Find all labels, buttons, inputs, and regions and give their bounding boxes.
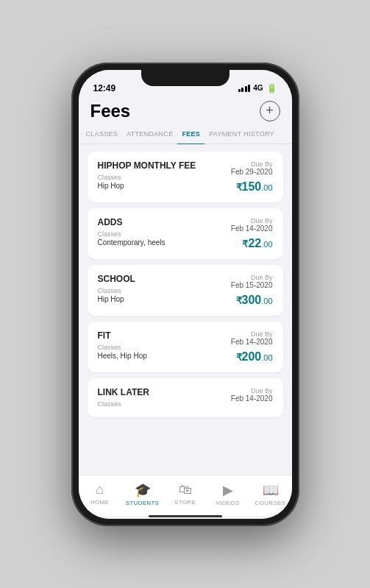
nav-students-label: STUDENTS [126, 500, 160, 506]
fees-list: HIPHOP MONTHLY FEE Classes Hip Hop Due B… [79, 144, 292, 475]
fee-title-5: LINK LATER [98, 387, 149, 397]
tabs-bar: CLASSES ATTENDANCE FEES PAYMENT HISTORY [79, 124, 292, 145]
fee-right-4: Due By Feb 14-2020 ₹200.00 [231, 330, 273, 364]
add-button[interactable]: + [260, 101, 280, 121]
fee-classes-label-3: Classes [98, 287, 135, 294]
fee-amount-4: ₹200.00 [231, 350, 273, 364]
nav-courses-label: COURSES [255, 500, 286, 506]
fee-amount-2: ₹22.00 [231, 237, 273, 250]
fee-classes-label-2: Classes [98, 230, 166, 238]
status-icons: 4G 🔋 [238, 83, 277, 93]
status-time: 12:49 [93, 83, 116, 93]
bottom-nav: ⌂ HOME 🎓 STUDENTS 🛍 STORE ▶ VIDEOS 📖 COU… [79, 475, 292, 516]
fee-left-4: FIT Classes Heels, Hip Hop [98, 330, 147, 360]
fee-right-1: Due By Feb 29-2020 ₹150.00 [231, 160, 273, 194]
home-icon: ⌂ [96, 482, 104, 497]
fee-card-4[interactable]: FIT Classes Heels, Hip Hop Due By Feb 14… [88, 322, 283, 372]
fee-classes-label-4: Classes [98, 344, 147, 351]
fee-card-2[interactable]: ADDS Classes Contemporary, heels Due By … [88, 208, 283, 259]
fee-classes-2: Contemporary, heels [98, 238, 166, 247]
header: Fees + [79, 96, 292, 124]
fee-classes-4: Heels, Hip Hop [98, 352, 147, 360]
fee-title-1: HIPHOP MONTHLY FEE [98, 160, 196, 171]
fee-right-3: Due By Feb 15-2020 ₹300.00 [231, 274, 273, 307]
fee-right-5: Due By Feb 14-2020 [231, 387, 273, 407]
battery-icon: 🔋 [266, 83, 277, 93]
fee-classes-label-1: Classes [98, 174, 196, 181]
home-indicator [79, 516, 292, 519]
due-label-4: Due By [231, 330, 273, 338]
fee-left-5: LINK LATER Classes [98, 387, 149, 408]
nav-videos[interactable]: ▶ VIDEOS [207, 482, 249, 506]
network-type: 4G [253, 84, 263, 92]
page-title: Fees [90, 101, 131, 121]
fee-classes-label-5: Classes [98, 400, 149, 408]
fee-card-5[interactable]: LINK LATER Classes Due By Feb 14-2020 [88, 378, 283, 417]
notch [141, 70, 230, 86]
due-date-1: Feb 29-2020 [231, 168, 273, 176]
tab-attendance[interactable]: ATTENDANCE [122, 124, 177, 145]
fee-title-2: ADDS [98, 217, 166, 227]
fee-title-4: FIT [98, 330, 147, 341]
fee-left-3: SCHOOL Classes Hip Hop [98, 274, 135, 303]
nav-home[interactable]: ⌂ HOME [79, 482, 121, 506]
fee-left-2: ADDS Classes Contemporary, heels [98, 217, 166, 247]
nav-students[interactable]: 🎓 STUDENTS [121, 482, 164, 506]
due-date-3: Feb 15-2020 [231, 281, 273, 289]
due-label-3: Due By [231, 274, 273, 281]
phone-frame: 12:49 4G 🔋 Fees + CLASSES [71, 63, 299, 526]
fee-left-1: HIPHOP MONTHLY FEE Classes Hip Hop [98, 160, 196, 190]
due-label-1: Due By [231, 160, 273, 168]
due-date-5: Feb 14-2020 [231, 394, 273, 403]
videos-icon: ▶ [223, 482, 233, 498]
due-label-2: Due By [231, 217, 273, 224]
fee-right-2: Due By Feb 14-2020 ₹22.00 [231, 217, 273, 250]
students-icon: 🎓 [135, 482, 151, 498]
due-label-5: Due By [231, 387, 273, 394]
nav-courses[interactable]: 📖 COURSES [249, 482, 292, 506]
due-date-4: Feb 14-2020 [231, 338, 273, 346]
due-date-2: Feb 14-2020 [231, 224, 273, 233]
fee-classes-1: Hip Hop [98, 182, 196, 190]
fee-card-3[interactable]: SCHOOL Classes Hip Hop Due By Feb 15-202… [88, 265, 283, 316]
signal-bars-icon [238, 85, 251, 92]
store-icon: 🛍 [179, 482, 192, 497]
tab-fees[interactable]: FEES [177, 124, 204, 145]
nav-videos-label: VIDEOS [216, 500, 239, 506]
courses-icon: 📖 [263, 482, 279, 498]
fee-classes-3: Hip Hop [98, 295, 135, 303]
phone-screen: 12:49 4G 🔋 Fees + CLASSES [79, 70, 292, 519]
nav-home-label: HOME [90, 499, 109, 506]
nav-store-label: STORE [174, 499, 196, 506]
nav-store[interactable]: 🛍 STORE [164, 482, 207, 506]
tab-classes[interactable]: CLASSES [82, 124, 123, 145]
fee-title-3: SCHOOL [98, 274, 135, 284]
fee-amount-1: ₹150.00 [231, 180, 273, 194]
fee-amount-3: ₹300.00 [231, 294, 273, 307]
tab-payment-history[interactable]: PAYMENT HISTORY [204, 124, 279, 145]
fee-card-1[interactable]: HIPHOP MONTHLY FEE Classes Hip Hop Due B… [88, 152, 283, 202]
